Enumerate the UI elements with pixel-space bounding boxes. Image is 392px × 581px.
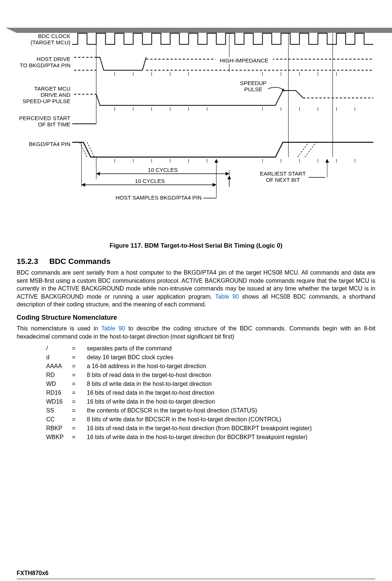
host-drive-waveform — [96, 57, 146, 70]
waveform-clock — [72, 33, 374, 44]
footer-divider — [17, 579, 375, 579]
label-10cycles-1: 10 CYCLES — [148, 167, 178, 173]
nomen-eq: = — [72, 390, 87, 396]
timing-figure: BDC CLOCK (TARGET MCU) HOST DRIVE TO BKG… — [17, 28, 375, 238]
label-bdc-clock-l1: BDC CLOCK — [38, 33, 71, 39]
speedup-arrow-line — [268, 87, 285, 91]
row-host-drive: HOST DRIVE TO BKGD/PTA4 PIN HIGH-IMPEDAN… — [20, 56, 374, 76]
nomen-row: WD16=16 bits of write data in the host-t… — [46, 397, 375, 406]
nomen-row: d=delay 16 target BDC clock cycles — [46, 353, 375, 362]
label-host-samples: HOST SAMPLES BKGD/PTA4 PIN — [116, 194, 202, 201]
ticks-row5 — [115, 159, 355, 163]
label-earliest-l2: OF NEXT BIT — [266, 177, 300, 183]
nomen-desc: delay 16 target BDC clock cycles — [87, 354, 375, 361]
nomen-row: WD=8 bits of write data in the host-to-t… — [46, 380, 375, 388]
section-heading: 15.2.3BDC Commands — [17, 257, 375, 266]
page: BDC CLOCK (TARGET MCU) HOST DRIVE TO BKG… — [0, 28, 392, 581]
nomen-eq: = — [72, 363, 87, 370]
label-perceived-l2: OF BIT TIME — [38, 121, 71, 128]
page-footer: FXTH870x6 144 Sensors Freescale Semicond… — [17, 570, 375, 581]
section-title: BDC Commands — [49, 257, 110, 265]
nomen-row: AAAA=a 16-bit address in the host-to-tar… — [46, 362, 375, 371]
nomen-desc: 16 bits of read data in the target-to-ho… — [87, 425, 375, 432]
nomen-sym: RD16 — [46, 390, 72, 396]
label-target-l2: DRIVE AND — [41, 92, 71, 98]
nomen-sym: WBKP — [46, 434, 72, 441]
table-90-link-2[interactable]: Table 90 — [101, 325, 125, 332]
row-target-mcu: TARGET MCU DRIVE AND SPEED-UP PULSE SPEE… — [23, 80, 374, 111]
ticks-row3 — [115, 107, 355, 111]
nomen-desc: separates parts of the command — [87, 345, 375, 352]
row-bkgd-pin: BKGD/PTA4 PIN — [29, 141, 373, 163]
label-host-drive-l1: HOST DRIVE — [37, 56, 70, 62]
nomen-eq: = — [72, 416, 87, 423]
dimension-arrows: 10 CYCLES 10 CYCLES HOST SAMPLES BKGD/PT… — [82, 142, 329, 201]
nomen-desc: 8 bits of write data for BDCSCR in the h… — [87, 416, 375, 423]
nomen-sym: / — [46, 345, 72, 352]
nomen-sym: d — [46, 354, 72, 361]
label-high-impedance: HIGH-IMPEDANCE — [220, 57, 269, 64]
paragraph-1: BDC commands are sent serially from a ho… — [17, 269, 375, 309]
nomen-row: WBKP=16 bits of write data in the host-t… — [46, 433, 375, 442]
nomen-desc: 8 bits of read data in the target-to-hos… — [87, 372, 375, 378]
nomen-sym: SS — [46, 407, 72, 414]
label-earliest-l1: EARLIEST START — [260, 170, 306, 177]
nomen-desc: a 16-bit address in the host-to-target d… — [87, 363, 375, 370]
label-target-l3: SPEED-UP PULSE — [23, 98, 71, 104]
nomen-sym: AAAA — [46, 363, 72, 370]
speedup-arrow-head — [282, 88, 285, 91]
label-bkgd-pin: BKGD/PTA4 PIN — [29, 141, 70, 147]
nomen-row: RD=8 bits of read data in the target-to-… — [46, 371, 375, 380]
nomenclature-list: /=separates parts of the command d=delay… — [46, 344, 375, 442]
nomen-row: CC=8 bits of write data for BDCSCR in th… — [46, 415, 375, 424]
nomen-desc: 8 bits of write data in the host-to-targ… — [87, 381, 375, 387]
label-host-drive-l2: TO BKGD/PTA4 PIN — [20, 62, 71, 68]
bkgd-rise-dash2 — [305, 142, 316, 157]
nomen-row: RBKP=16 bits of read data in the target-… — [46, 424, 375, 433]
nomen-desc: 16 bits of read data in the target-to-ho… — [87, 390, 375, 396]
nomen-row: /=separates parts of the command — [46, 344, 375, 353]
nomen-eq: = — [72, 425, 87, 432]
bkgd-fall-dash2 — [87, 142, 95, 157]
nomen-eq: = — [72, 345, 87, 352]
row-bdc-clock: BDC CLOCK (TARGET MCU) — [31, 33, 374, 157]
footer-device: FXTH870x6 — [17, 570, 375, 577]
nomen-sym: CC — [46, 416, 72, 423]
target-waveform — [96, 91, 303, 105]
label-target-l1: TARGET MCU — [34, 85, 71, 92]
nomen-sym: WD — [46, 381, 72, 387]
bkgd-fall-dash1 — [80, 142, 87, 157]
bkgd-waveform — [72, 142, 374, 157]
figure-caption: Figure 117. BDM Target-to-Host Serial Bi… — [17, 242, 375, 249]
nomen-eq: = — [72, 407, 87, 414]
nomen-desc: 16 bits of write data in the host-to-tar… — [87, 434, 375, 441]
nomen-desc: the contents of BDCSCR in the target-to-… — [87, 407, 375, 414]
nomen-eq: = — [72, 381, 87, 387]
label-10cycles-2: 10 CYCLES — [135, 178, 165, 184]
table-90-link-1[interactable]: Table 90 — [215, 293, 239, 300]
nomen-eq: = — [72, 434, 87, 441]
nomen-sym: RD — [46, 372, 72, 378]
p2-text-a: This nomenclature is used in — [17, 325, 101, 332]
subheading-coding-structure: Coding Structure Nomenclature — [17, 314, 375, 322]
row-perceived: PERCEIVED START OF BIT TIME — [19, 115, 96, 128]
nomen-eq: = — [72, 372, 87, 378]
bkgd-rise-dash1 — [298, 142, 309, 157]
label-perceived-l1: PERCEIVED START — [19, 115, 71, 121]
nomen-sym: WD16 — [46, 398, 72, 405]
paragraph-2: This nomenclature is used in Table 90 to… — [17, 325, 375, 340]
nomen-eq: = — [72, 354, 87, 361]
label-speedup-l1: SPEEDUP — [240, 80, 267, 86]
timing-diagram-svg: BDC CLOCK (TARGET MCU) HOST DRIVE TO BKG… — [17, 28, 375, 238]
ticks-row2 — [115, 72, 337, 76]
section-number: 15.2.3 — [17, 257, 38, 266]
nomen-row: SS=the contents of BDCSCR in the target-… — [46, 406, 375, 415]
nomen-sym: RBKP — [46, 425, 72, 432]
label-speedup-l2: PULSE — [244, 86, 262, 92]
nomen-eq: = — [72, 398, 87, 405]
nomen-desc: 16 bits of write data in the host-to-tar… — [87, 398, 375, 405]
nomen-row: RD16=16 bits of read data in the target-… — [46, 388, 375, 397]
label-bdc-clock-l2: (TARGET MCU) — [31, 39, 71, 45]
